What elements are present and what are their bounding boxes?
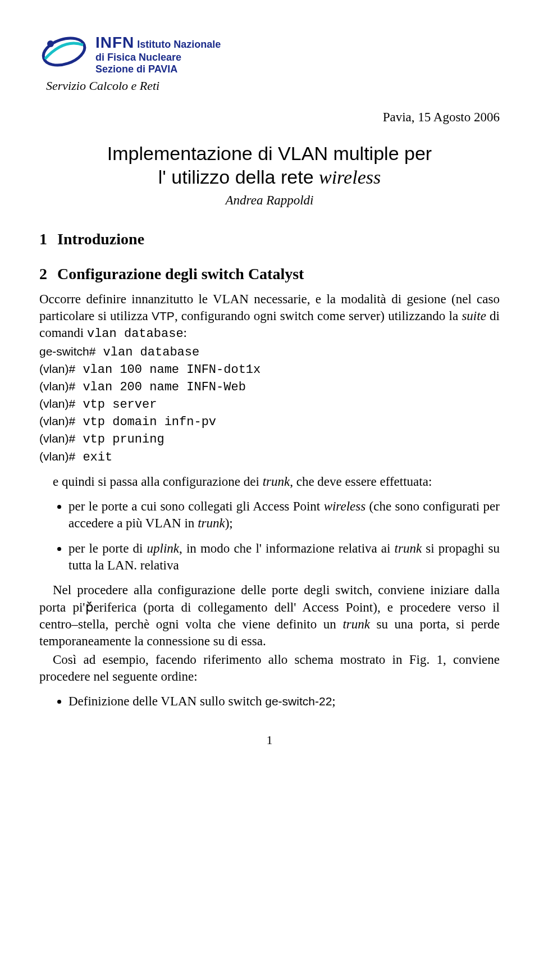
title-wireless: wireless	[319, 167, 381, 188]
infn-logo-icon	[39, 34, 89, 70]
cmd-line: (vlan)# vlan 100 name INFN-dot1x	[39, 361, 500, 378]
document-page: INFN Istituto Nazionale di Fisica Nuclea…	[0, 0, 539, 770]
list-item: Definizione delle VLAN sullo switch ge-s…	[68, 693, 500, 710]
svg-point-0	[40, 34, 88, 70]
cmd-line: (vlan)# vlan 200 name INFN-Web	[39, 378, 500, 395]
cmd-line: (vlan)# vtp server	[39, 395, 500, 413]
logo-line4: Sezione di PAVIA	[95, 63, 177, 75]
logo-line3: di Fisica Nucleare	[95, 52, 181, 63]
document-date: Pavia, 15 Agosto 2006	[39, 110, 500, 125]
logo-line2: Istituto Nazionale	[137, 39, 221, 50]
section-1-heading: 1Introduzione	[39, 230, 500, 248]
section-2-heading: 2Configurazione degli switch Catalyst	[39, 265, 500, 283]
title-line1: Implementazione di VLAN multiple per	[107, 143, 432, 164]
paragraph-procedure: Nel procedere alla configurazione delle …	[39, 582, 500, 650]
document-title: Implementazione di VLAN multiple per l' …	[39, 142, 500, 190]
logo-acronym: INFN	[95, 34, 134, 51]
section-1-title: Introduzione	[57, 230, 144, 248]
list-item: per le porte di uplink, in modo che l' i…	[68, 540, 500, 575]
paragraph-intro: Occorre definire innanzitutto le VLAN ne…	[39, 291, 500, 343]
cmd-line: (vlan)# exit	[39, 448, 500, 466]
section-1-num: 1	[39, 230, 47, 248]
paragraph-trunk-intro: e quindi si passa alla configurazione de…	[39, 473, 500, 490]
section-2-num: 2	[39, 265, 47, 282]
bullet-list-1: per le porte a cui sono collegati gli Ac…	[39, 498, 500, 574]
cmd-line: ge-switch# vlan database	[39, 343, 500, 361]
svg-point-1	[47, 40, 54, 47]
paragraph-example: Così ad esempio, facendo riferimento all…	[39, 651, 500, 686]
command-block: ge-switch# vlan database (vlan)# vlan 10…	[39, 343, 500, 465]
title-line2a: l' utilizzo della rete	[158, 166, 319, 188]
service-name: Servizio Calcolo e Reti	[46, 79, 500, 93]
institution-logo: INFN Istituto Nazionale di Fisica Nuclea…	[39, 34, 500, 75]
section-2-title: Configurazione degli switch Catalyst	[57, 265, 304, 282]
bullet-list-2: Definizione delle VLAN sullo switch ge-s…	[39, 693, 500, 710]
page-number: 1	[39, 733, 500, 747]
logo-text-block: INFN Istituto Nazionale di Fisica Nuclea…	[95, 34, 221, 75]
cmd-line: (vlan)# vtp domain infn-pv	[39, 413, 500, 430]
list-item: per le porte a cui sono collegati gli Ac…	[68, 498, 500, 532]
cmd-line: (vlan)# vtp pruning	[39, 430, 500, 448]
document-author: Andrea Rappoldi	[39, 193, 500, 208]
